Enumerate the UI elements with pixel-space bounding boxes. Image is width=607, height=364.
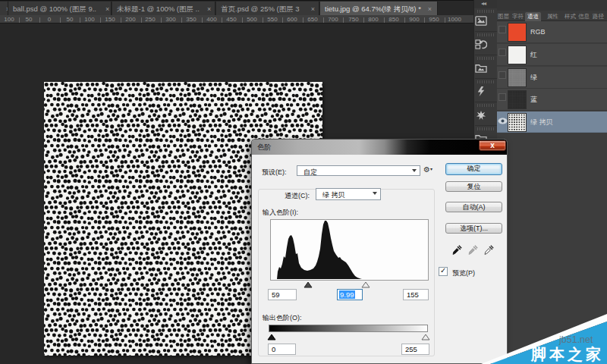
svg-text:jb51.net: jb51.net — [558, 334, 593, 345]
svg-text:脚本之家: 脚本之家 — [530, 346, 604, 362]
